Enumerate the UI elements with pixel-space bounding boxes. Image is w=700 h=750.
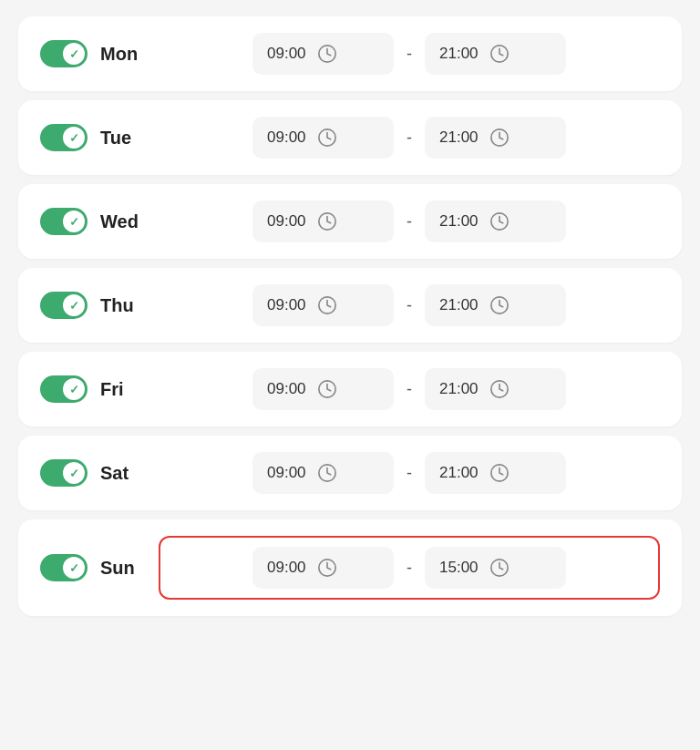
end-value-wed: 21:00	[439, 212, 479, 231]
end-clock-icon-sat	[489, 463, 510, 483]
toggle-container-tue: Tue	[40, 124, 159, 151]
toggle-track-tue[interactable]	[40, 124, 88, 151]
day-row-tue: Tue09:00-21:00	[18, 100, 682, 175]
start-clock-icon-wed	[317, 211, 337, 231]
toggle-thumb-thu	[63, 294, 85, 316]
end-time-mon[interactable]: 21:00	[425, 33, 566, 75]
end-clock-icon-mon	[489, 44, 510, 64]
time-section-thu: 09:00-21:00	[159, 284, 660, 326]
end-value-mon: 21:00	[439, 45, 479, 63]
start-time-sat[interactable]: 09:00	[252, 452, 394, 494]
start-clock-icon-thu	[317, 295, 337, 315]
toggle-mon[interactable]	[40, 40, 88, 67]
end-time-sat[interactable]: 21:00	[425, 452, 566, 494]
day-row-sun: Sun09:00-15:00	[18, 519, 682, 616]
end-time-tue[interactable]: 21:00	[425, 117, 566, 159]
separator-sat: -	[407, 464, 412, 483]
end-value-sat: 21:00	[439, 464, 479, 482]
day-label-wed: Wed	[100, 211, 150, 232]
day-row-mon: Mon09:00-21:00	[18, 16, 682, 91]
end-clock-icon-sun	[489, 558, 510, 578]
toggle-track-sun[interactable]	[40, 554, 88, 581]
separator-sun: -	[407, 559, 412, 578]
toggle-container-sat: Sat	[40, 459, 159, 487]
day-label-fri: Fri	[100, 379, 150, 400]
toggle-track-fri[interactable]	[40, 375, 88, 403]
toggle-sat[interactable]	[40, 459, 88, 487]
toggle-track-mon[interactable]	[40, 40, 88, 67]
toggle-container-mon: Mon	[40, 40, 159, 67]
end-clock-icon-wed	[489, 211, 510, 231]
time-section-wed: 09:00-21:00	[159, 200, 660, 242]
toggle-container-thu: Thu	[40, 292, 159, 319]
toggle-thu[interactable]	[40, 292, 88, 319]
day-row-thu: Thu09:00-21:00	[18, 268, 682, 343]
separator-wed: -	[407, 212, 412, 231]
day-row-wed: Wed09:00-21:00	[18, 184, 682, 259]
toggle-container-sun: Sun	[40, 554, 159, 581]
toggle-thumb-fri	[63, 378, 85, 400]
day-label-tue: Tue	[100, 128, 150, 149]
start-clock-icon-sat	[317, 463, 337, 483]
toggle-wed[interactable]	[40, 208, 88, 235]
end-time-fri[interactable]: 21:00	[425, 368, 566, 410]
schedule-container: Mon09:00-21:00Tue09:00-21:00Wed09:00-21:…	[0, 9, 700, 632]
toggle-fri[interactable]	[40, 375, 88, 403]
time-highlight-sun: 09:00-15:00	[159, 536, 660, 600]
time-section-mon: 09:00-21:00	[159, 33, 660, 75]
start-clock-icon-sun	[317, 558, 337, 578]
start-clock-icon-fri	[317, 379, 337, 399]
end-time-wed[interactable]: 21:00	[425, 200, 566, 242]
toggle-thumb-wed	[63, 211, 85, 232]
time-section-fri: 09:00-21:00	[159, 368, 660, 410]
toggle-container-fri: Fri	[40, 375, 159, 403]
toggle-track-thu[interactable]	[40, 292, 88, 319]
time-section-sat: 09:00-21:00	[159, 452, 660, 494]
end-clock-icon-tue	[489, 128, 510, 148]
day-label-sun: Sun	[100, 558, 150, 579]
end-value-sun: 15:00	[439, 559, 479, 577]
start-value-mon: 09:00	[267, 45, 306, 63]
toggle-thumb-sat	[63, 462, 85, 484]
toggle-thumb-mon	[63, 43, 85, 65]
end-clock-icon-fri	[489, 379, 510, 399]
toggle-thumb-tue	[63, 127, 85, 149]
start-time-wed[interactable]: 09:00	[252, 200, 394, 242]
end-time-sun[interactable]: 15:00	[425, 547, 566, 589]
start-value-thu: 09:00	[267, 296, 306, 314]
day-label-mon: Mon	[100, 44, 150, 65]
separator-thu: -	[407, 296, 412, 315]
end-time-thu[interactable]: 21:00	[425, 284, 566, 326]
day-row-sat: Sat09:00-21:00	[18, 436, 682, 510]
start-value-wed: 09:00	[267, 212, 306, 231]
end-value-tue: 21:00	[439, 128, 479, 147]
toggle-tue[interactable]	[40, 124, 88, 151]
toggle-sun[interactable]	[40, 554, 88, 581]
start-time-thu[interactable]: 09:00	[252, 284, 394, 326]
day-label-thu: Thu	[100, 295, 150, 316]
start-value-sat: 09:00	[267, 464, 306, 482]
start-clock-icon-mon	[317, 44, 337, 64]
start-clock-icon-tue	[317, 128, 337, 148]
time-section-tue: 09:00-21:00	[159, 117, 660, 159]
start-time-fri[interactable]: 09:00	[252, 368, 394, 410]
day-row-fri: Fri09:00-21:00	[18, 352, 682, 426]
start-value-fri: 09:00	[267, 380, 306, 398]
separator-tue: -	[407, 128, 412, 148]
separator-mon: -	[407, 45, 412, 64]
separator-fri: -	[407, 380, 412, 399]
toggle-container-wed: Wed	[40, 208, 159, 235]
start-time-mon[interactable]: 09:00	[252, 33, 394, 75]
start-time-sun[interactable]: 09:00	[252, 547, 394, 589]
start-value-sun: 09:00	[267, 559, 306, 577]
end-value-fri: 21:00	[439, 380, 479, 398]
end-value-thu: 21:00	[439, 296, 479, 314]
start-time-tue[interactable]: 09:00	[252, 117, 394, 159]
start-value-tue: 09:00	[267, 128, 306, 147]
end-clock-icon-thu	[489, 295, 510, 315]
toggle-track-wed[interactable]	[40, 208, 88, 235]
toggle-thumb-sun	[63, 557, 85, 579]
day-label-sat: Sat	[100, 463, 150, 484]
toggle-track-sat[interactable]	[40, 459, 88, 487]
